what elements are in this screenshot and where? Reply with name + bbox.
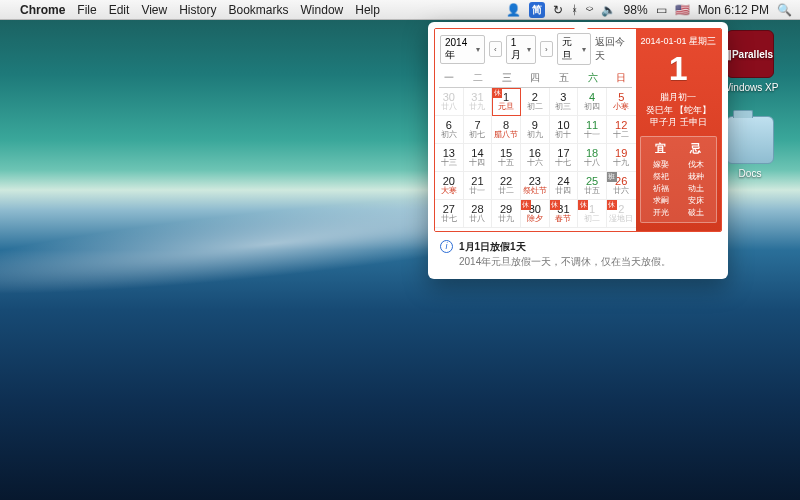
calendar-day[interactable]: 休1初二 [578, 200, 607, 228]
day-sub: 十九 [613, 159, 629, 167]
calendar-grid: 30廿八31廿九休1元旦2初二3初三4初四5小寒6初六7初七8腊八节9初九10初… [435, 88, 636, 228]
calendar-day[interactable]: 5小寒 [607, 88, 636, 116]
holiday-note-title: 1月1日放假1天 [459, 240, 671, 254]
holiday-note-body: 2014年元旦放假一天，不调休，仅在当天放假。 [459, 255, 671, 269]
weekday-thu: 四 [521, 69, 550, 87]
day-sub: 元旦 [498, 103, 514, 111]
day-sub: 小寒 [613, 103, 629, 111]
calendar-day[interactable]: 2初二 [521, 88, 550, 116]
lunar-line: 癸巳年 【蛇年】 [640, 104, 717, 116]
menu-history[interactable]: History [179, 3, 216, 17]
calendar-day[interactable]: 休30除夕 [521, 200, 550, 228]
menubar-clock[interactable]: Mon 6:12 PM [698, 3, 769, 17]
ji-item: 动土 [688, 183, 704, 194]
menu-window[interactable]: Window [301, 3, 344, 17]
day-sub: 廿八 [441, 103, 457, 111]
day-sub: 廿五 [584, 187, 600, 195]
ji-item: 破土 [688, 207, 704, 218]
calendar-day[interactable]: 11十一 [578, 116, 607, 144]
calendar-day[interactable]: 班26廿六 [607, 172, 636, 200]
work-badge: 班 [607, 172, 617, 182]
calendar-day[interactable]: 19十九 [607, 144, 636, 172]
day-sub: 十一 [584, 131, 600, 139]
day-sub: 初六 [441, 131, 457, 139]
calendar-day[interactable]: 22廿二 [492, 172, 521, 200]
calendar-day[interactable]: 15十五 [492, 144, 521, 172]
day-sub: 初九 [527, 131, 543, 139]
timemachine-icon[interactable]: ↻ [553, 3, 563, 17]
menubar-app-name[interactable]: Chrome [20, 3, 65, 17]
holiday-select[interactable]: 元旦 ▾ [557, 33, 591, 65]
day-sub: 廿九 [498, 215, 514, 223]
calendar-menuextra-icon[interactable]: 简 [529, 2, 545, 18]
input-source-icon[interactable]: 🇺🇸 [675, 3, 690, 17]
calendar-day[interactable]: 10初十 [550, 116, 579, 144]
year-select[interactable]: 2014年 ▾ [440, 35, 485, 64]
calendar-day[interactable]: 20大寒 [435, 172, 464, 200]
weekday-wed: 三 [492, 69, 521, 87]
weekday-fri: 五 [550, 69, 579, 87]
lunar-line: 腊月初一 [640, 91, 717, 103]
menu-bookmarks[interactable]: Bookmarks [229, 3, 289, 17]
prev-month-button[interactable]: ‹ [489, 41, 502, 57]
spotlight-icon[interactable]: 🔍 [777, 3, 792, 17]
lunar-line: 甲子月 壬申日 [640, 116, 717, 128]
ji-item: 伐木 [688, 159, 704, 170]
next-month-button[interactable]: › [540, 41, 553, 57]
folder-icon [726, 116, 774, 164]
yi-ji-panel: 宜 嫁娶 祭祀 祈福 求嗣 开光 忌 伐木 栽种 动土 安床 破土 [640, 136, 717, 223]
calendar-day[interactable]: 休2湿地日 [607, 200, 636, 228]
today-button[interactable]: 返回今天 [595, 35, 631, 63]
calendar-day[interactable]: 24廿四 [550, 172, 579, 200]
calendar-day[interactable]: 17十七 [550, 144, 579, 172]
calendar-day[interactable]: 30廿八 [435, 88, 464, 116]
user-menu-icon[interactable]: 👤 [506, 3, 521, 17]
calendar-day[interactable]: 8腊八节 [492, 116, 521, 144]
calendar-day[interactable]: 16十六 [521, 144, 550, 172]
battery-icon[interactable]: ▭ [656, 3, 667, 17]
calendar-day[interactable]: 6初六 [435, 116, 464, 144]
year-select-value: 2014年 [445, 37, 473, 62]
menu-edit[interactable]: Edit [109, 3, 130, 17]
calendar-day[interactable]: 4初四 [578, 88, 607, 116]
menu-view[interactable]: View [141, 3, 167, 17]
calendar-day[interactable]: 27廿七 [435, 200, 464, 228]
calendar-day[interactable]: 21廿一 [464, 172, 493, 200]
calendar-day[interactable]: 休1元旦 [492, 88, 521, 116]
calendar-day[interactable]: 3初三 [550, 88, 579, 116]
weekday-sun: 日 [607, 69, 636, 87]
day-sub: 湿地日 [609, 215, 633, 223]
calendar-day[interactable]: 9初九 [521, 116, 550, 144]
calendar-day[interactable]: 29廿九 [492, 200, 521, 228]
menu-file[interactable]: File [77, 3, 96, 17]
day-sub: 十八 [584, 159, 600, 167]
calendar-day[interactable]: 13十三 [435, 144, 464, 172]
calendar-body: 2014年 ▾ ‹ 1月 ▾ › 元旦 ▾ 返回今天 一 二 三 四 [434, 28, 722, 232]
calendar-day[interactable]: 25廿五 [578, 172, 607, 200]
rest-badge: 休 [550, 200, 560, 210]
day-sub: 初二 [584, 215, 600, 223]
calendar-day[interactable]: 14十四 [464, 144, 493, 172]
day-sub: 十四 [469, 159, 485, 167]
day-sub: 廿一 [469, 187, 485, 195]
calendar-day[interactable]: 31廿九 [464, 88, 493, 116]
calendar-day[interactable]: 7初七 [464, 116, 493, 144]
weekday-sat: 六 [578, 69, 607, 87]
battery-percent: 98% [624, 3, 648, 17]
side-date: 2014-01-01 星期三 [640, 35, 717, 48]
day-sub: 大寒 [441, 187, 457, 195]
calendar-day[interactable]: 休31春节 [550, 200, 579, 228]
month-select[interactable]: 1月 ▾ [506, 35, 536, 64]
weekday-header: 一 二 三 四 五 六 日 [435, 69, 636, 87]
side-lunar: 腊月初一 癸巳年 【蛇年】 甲子月 壬申日 [640, 91, 717, 127]
calendar-day[interactable]: 23祭灶节 [521, 172, 550, 200]
rest-badge: 休 [578, 200, 588, 210]
calendar-day[interactable]: 12十二 [607, 116, 636, 144]
calendar-day[interactable]: 18十八 [578, 144, 607, 172]
day-sub: 春节 [555, 215, 571, 223]
calendar-day[interactable]: 28廿八 [464, 200, 493, 228]
volume-icon[interactable]: 🔈 [601, 3, 616, 17]
day-sub: 十五 [498, 159, 514, 167]
menu-help[interactable]: Help [355, 3, 380, 17]
day-sub: 初七 [469, 131, 485, 139]
